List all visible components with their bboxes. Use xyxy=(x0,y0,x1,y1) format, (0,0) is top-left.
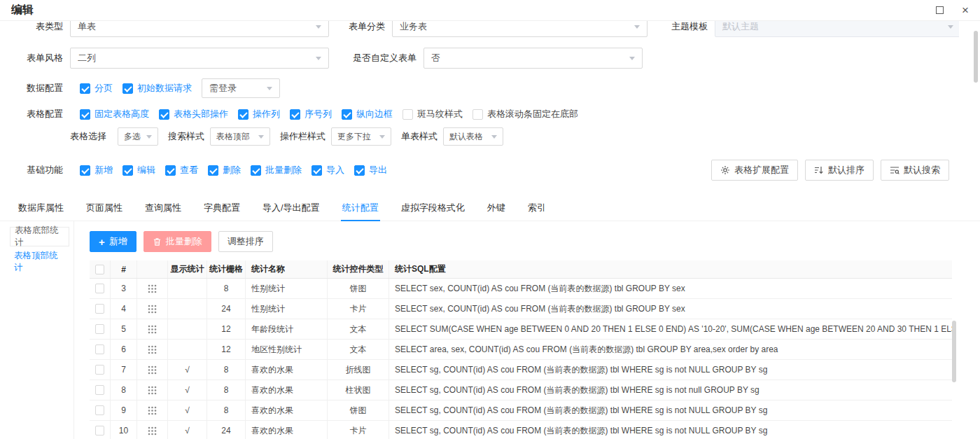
row-index: 9 xyxy=(111,400,137,420)
drag-handle-icon[interactable] xyxy=(148,305,157,314)
checkbox-icon xyxy=(159,109,169,120)
checkbox-vertical-border[interactable]: 纵向边框 xyxy=(342,108,393,120)
table-extend-config-button[interactable]: 表格扩展配置 xyxy=(711,160,798,181)
login-required-select[interactable]: 需登录 xyxy=(202,78,280,98)
gear-icon xyxy=(720,165,730,175)
row-stat-widget-type: 卡片 xyxy=(328,299,389,319)
row-checkbox[interactable] xyxy=(95,284,104,293)
row-checkbox[interactable] xyxy=(95,426,104,435)
batch-delete-button[interactable]: 批量删除 xyxy=(144,231,211,252)
checkbox-index-column[interactable]: 序号列 xyxy=(290,108,332,120)
checkbox-table-header-actions[interactable]: 表格头部操作 xyxy=(159,108,228,120)
chevron-down-icon xyxy=(491,135,497,139)
stat-config-panel: 表格底部统计 表格顶部统计 + 新增 批量删除 调整排序 # xyxy=(10,221,980,439)
row-drag-cell xyxy=(137,340,168,359)
theme-template-select: 默认主题 xyxy=(715,21,959,37)
tab-page-properties[interactable]: 页面属性 xyxy=(85,195,124,221)
row-checkbox[interactable] xyxy=(95,405,104,415)
checkbox-scrollbar-fixed-bottom[interactable]: 表格滚动条固定在底部 xyxy=(472,108,578,120)
drag-handle-icon[interactable] xyxy=(148,365,157,375)
table-type-select[interactable]: 单表 xyxy=(70,21,329,37)
custom-form-select[interactable]: 否 xyxy=(424,48,643,69)
tab-foreign-key[interactable]: 外键 xyxy=(486,195,507,221)
tab-stat-config[interactable]: 统计配置 xyxy=(341,195,380,221)
tab-index[interactable]: 索引 xyxy=(526,195,547,221)
side-tab-table-bottom-stat[interactable]: 表格底部统计 xyxy=(10,227,69,246)
select-all-checkbox[interactable] xyxy=(95,265,104,274)
checkbox-delete[interactable]: 删除 xyxy=(208,164,241,176)
table-type-label: 表类型 xyxy=(25,21,70,33)
plus-icon: + xyxy=(99,237,105,247)
checkbox-batch-delete[interactable]: 批量删除 xyxy=(251,164,302,176)
checkbox-export[interactable]: 导出 xyxy=(354,164,387,176)
action-bar-style-value: 更多下拉 xyxy=(337,131,371,143)
drag-handle-icon[interactable] xyxy=(148,345,157,354)
form-category-select[interactable]: 业务表 xyxy=(392,21,648,37)
table-config-label: 表格配置 xyxy=(25,108,70,120)
table-row: 9 √ 8 喜欢的水果 饼图 SELECT sg, COUNT(id) AS c… xyxy=(90,400,952,421)
row-stat-sql: SELECT sg, COUNT(id) AS cou FROM (当前表的数据… xyxy=(389,400,952,420)
fullscreen-icon[interactable] xyxy=(936,6,944,14)
table-row: 4 24 性别统计 卡片 SELECT sex, COUNT(id) AS co… xyxy=(90,299,952,319)
checkbox-icon xyxy=(165,165,176,176)
row-index: 4 xyxy=(111,299,137,319)
row-index: 6 xyxy=(111,340,137,359)
default-sort-button[interactable]: 默认排序 xyxy=(805,160,874,181)
tab-import-export-config[interactable]: 导入/导出配置 xyxy=(261,195,321,221)
checkbox-icon xyxy=(122,83,133,94)
button-label: 表格扩展配置 xyxy=(734,164,789,176)
checkbox-paging[interactable]: 分页 xyxy=(80,82,113,95)
checkbox-icon xyxy=(80,109,90,120)
search-style-select[interactable]: 表格顶部 xyxy=(210,127,270,146)
form-style-select[interactable]: 二列 xyxy=(70,48,329,69)
close-icon[interactable]: × xyxy=(962,4,969,16)
checkbox-label: 查看 xyxy=(180,164,198,176)
checkbox-initial-data-request[interactable]: 初始数据请求 xyxy=(122,82,192,95)
tab-database-properties[interactable]: 数据库属性 xyxy=(17,195,65,221)
checkbox-zebra-style[interactable]: 斑马纹样式 xyxy=(402,108,463,120)
page-scrollbar[interactable] xyxy=(974,31,978,83)
single-table-style-select[interactable]: 默认表格 xyxy=(443,127,503,146)
chevron-down-icon xyxy=(316,25,321,29)
drag-handle-icon[interactable] xyxy=(148,406,157,415)
add-button[interactable]: + 新增 xyxy=(90,231,136,252)
tab-virtual-field-format[interactable]: 虚拟字段格式化 xyxy=(400,195,466,221)
action-bar-style-select[interactable]: 更多下拉 xyxy=(331,127,391,146)
checkbox-label: 固定表格高度 xyxy=(94,108,149,120)
row-stat-name: 喜欢的水果 xyxy=(246,421,328,439)
button-label: 新增 xyxy=(109,235,127,248)
adjust-sort-button[interactable]: 调整排序 xyxy=(218,231,273,252)
default-search-button[interactable]: 默认搜索 xyxy=(881,160,949,181)
checkbox-edit[interactable]: 编辑 xyxy=(122,164,155,176)
drag-handle-icon[interactable] xyxy=(148,426,157,435)
checkbox-import[interactable]: 导入 xyxy=(312,164,344,176)
form-style-label: 表单风格 xyxy=(25,52,70,64)
row-checkbox[interactable] xyxy=(95,365,104,375)
side-tab-table-top-stat[interactable]: 表格顶部统计 xyxy=(10,252,69,272)
drag-handle-icon[interactable] xyxy=(148,284,157,293)
row-checkbox[interactable] xyxy=(95,385,104,395)
checkbox-icon xyxy=(472,109,483,120)
custom-form-label: 是否自定义表单 xyxy=(329,52,424,64)
tab-query-properties[interactable]: 查询属性 xyxy=(144,195,183,221)
stat-table-body: 3 8 性别统计 饼图 SELECT sex, COUNT(id) AS cou… xyxy=(90,279,952,439)
chevron-down-icon xyxy=(146,135,152,139)
row-checkbox[interactable] xyxy=(95,344,104,354)
data-config-label: 数据配置 xyxy=(25,82,70,95)
checkbox-fixed-table-height[interactable]: 固定表格高度 xyxy=(80,108,149,120)
drag-handle-icon[interactable] xyxy=(148,325,157,334)
checkbox-action-column[interactable]: 操作列 xyxy=(238,108,280,120)
table-scrollbar[interactable] xyxy=(952,321,956,382)
checkbox-add[interactable]: 新增 xyxy=(80,164,113,176)
table-select-mode-select[interactable]: 多选 xyxy=(118,127,158,146)
basic-functions-row: 基础功能 新增 编辑 查看 删除 批量删除 导入 导出 xyxy=(25,160,959,181)
tab-dict-config[interactable]: 字典配置 xyxy=(202,195,241,221)
drag-handle-icon[interactable] xyxy=(148,386,157,395)
checkbox-view[interactable]: 查看 xyxy=(165,164,198,176)
form-category-value: 业务表 xyxy=(400,21,427,33)
row-checkbox[interactable] xyxy=(95,324,104,334)
chevron-down-icon xyxy=(267,87,272,90)
row-stat-grid: 8 xyxy=(207,279,246,298)
row-checkbox[interactable] xyxy=(95,304,104,314)
checkbox-icon xyxy=(80,83,90,94)
